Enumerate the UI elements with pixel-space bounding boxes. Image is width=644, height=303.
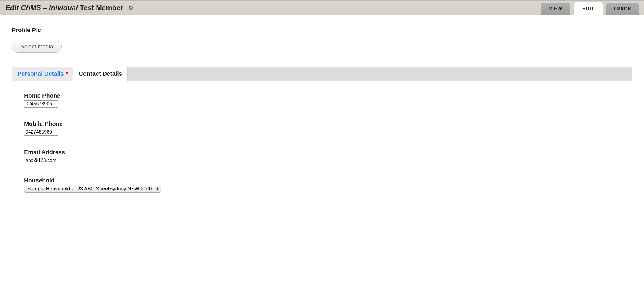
plus-circle-icon[interactable] — [128, 5, 133, 10]
tab-view[interactable]: VIEW — [541, 3, 570, 15]
page-header: Edit ChMS – Inividual Test Member VIEW E… — [0, 0, 644, 15]
home-phone-input[interactable] — [24, 100, 58, 108]
page-title-prefix: Edit ChMS – Inividual — [5, 4, 78, 12]
page-title-name: Test Member — [78, 4, 123, 12]
tab-edit[interactable]: EDIT — [573, 2, 603, 15]
tab-contact-details[interactable]: Contact Details — [73, 67, 128, 81]
field-mobile-phone: Mobile Phone — [24, 121, 620, 136]
field-email: Email Address — [24, 149, 620, 164]
top-tabs: VIEW EDIT TRACK — [541, 0, 639, 15]
select-media-button[interactable]: Select media — [12, 41, 62, 53]
contact-details-panel: Home Phone Mobile Phone Email Address Ho… — [12, 81, 632, 211]
email-label: Email Address — [24, 149, 620, 156]
home-phone-label: Home Phone — [24, 92, 620, 99]
mobile-phone-label: Mobile Phone — [24, 121, 620, 127]
main-content: Profile Pic Select media Personal Detail… — [0, 15, 644, 211]
household-label: Household — [24, 177, 620, 184]
email-input[interactable] — [24, 157, 208, 164]
inner-tab-label: Personal Details — [18, 70, 64, 77]
mobile-phone-input[interactable] — [24, 129, 58, 136]
inner-tabs: Personal Details * Contact Details Home … — [12, 67, 632, 211]
inner-tab-label: Contact Details — [79, 70, 122, 77]
profile-pic-heading: Profile Pic — [12, 27, 632, 34]
page-title: Edit ChMS – Inividual Test Member — [5, 4, 133, 12]
household-select[interactable]: Sample Household - 123 ABC StreetSydney … — [24, 185, 161, 193]
tab-track[interactable]: TRACK — [606, 3, 639, 15]
inner-tabs-header: Personal Details * Contact Details — [12, 67, 632, 81]
svg-rect-2 — [130, 7, 132, 8]
field-household: Household Sample Household - 123 ABC Str… — [24, 177, 620, 193]
field-home-phone: Home Phone — [24, 92, 620, 108]
tab-personal-details[interactable]: Personal Details * — [12, 67, 73, 81]
required-star-icon: * — [66, 70, 68, 77]
